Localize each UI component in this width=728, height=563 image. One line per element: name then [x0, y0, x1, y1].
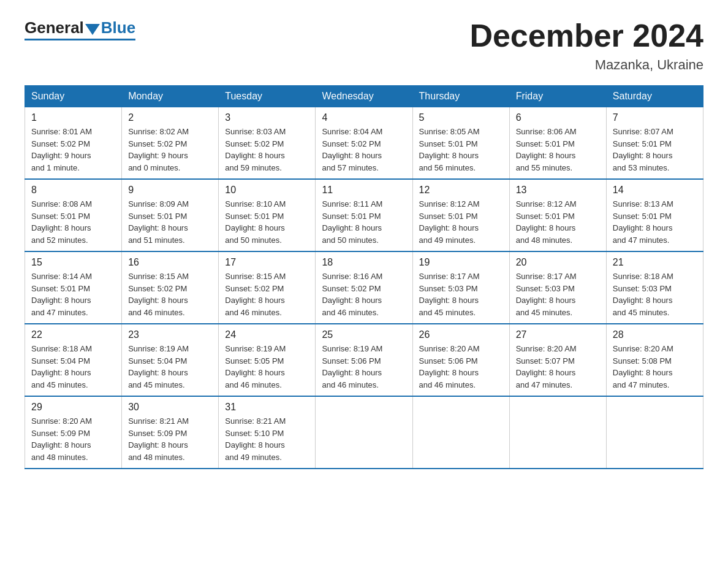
day-info: Sunrise: 8:01 AMSunset: 5:02 PMDaylight:…: [31, 126, 115, 174]
day-cell: 21Sunrise: 8:18 AMSunset: 5:03 PMDayligh…: [606, 251, 703, 324]
day-cell: 14Sunrise: 8:13 AMSunset: 5:01 PMDayligh…: [606, 179, 703, 251]
day-cell: 29Sunrise: 8:20 AMSunset: 5:09 PMDayligh…: [25, 396, 122, 469]
day-cell: 31Sunrise: 8:21 AMSunset: 5:10 PMDayligh…: [219, 396, 316, 469]
title-block: December 2024 Mazanka, Ukraine: [469, 18, 703, 73]
day-number: 12: [419, 185, 503, 196]
day-cell: 25Sunrise: 8:19 AMSunset: 5:06 PMDayligh…: [316, 324, 412, 396]
day-cell: 9Sunrise: 8:09 AMSunset: 5:01 PMDaylight…: [122, 179, 219, 251]
day-info: Sunrise: 8:19 AMSunset: 5:04 PMDaylight:…: [128, 343, 212, 391]
day-cell: 1Sunrise: 8:01 AMSunset: 5:02 PMDaylight…: [25, 107, 122, 180]
day-number: 10: [225, 185, 309, 196]
day-info: Sunrise: 8:14 AMSunset: 5:01 PMDaylight:…: [31, 270, 115, 318]
day-number: 15: [31, 257, 115, 268]
day-cell: 19Sunrise: 8:17 AMSunset: 5:03 PMDayligh…: [412, 251, 509, 324]
week-row-1: 1Sunrise: 8:01 AMSunset: 5:02 PMDaylight…: [25, 107, 703, 180]
day-number: 1: [31, 112, 115, 123]
week-row-3: 15Sunrise: 8:14 AMSunset: 5:01 PMDayligh…: [25, 251, 703, 324]
day-number: 9: [128, 185, 212, 196]
day-number: 7: [613, 112, 697, 123]
day-info: Sunrise: 8:13 AMSunset: 5:01 PMDaylight:…: [613, 198, 697, 246]
day-cell: 6Sunrise: 8:06 AMSunset: 5:01 PMDaylight…: [509, 107, 606, 180]
day-info: Sunrise: 8:11 AMSunset: 5:01 PMDaylight:…: [322, 198, 406, 246]
day-info: Sunrise: 8:15 AMSunset: 5:02 PMDaylight:…: [128, 270, 212, 318]
day-cell: 26Sunrise: 8:20 AMSunset: 5:06 PMDayligh…: [412, 324, 509, 396]
header-row: SundayMondayTuesdayWednesdayThursdayFrid…: [25, 86, 703, 107]
day-number: 8: [31, 185, 115, 196]
day-info: Sunrise: 8:12 AMSunset: 5:01 PMDaylight:…: [419, 198, 503, 246]
day-cell: [606, 396, 703, 469]
day-cell: [412, 396, 509, 469]
header-cell-monday: Monday: [122, 86, 219, 107]
day-info: Sunrise: 8:16 AMSunset: 5:02 PMDaylight:…: [322, 270, 406, 318]
page-header: General Blue December 2024 Mazanka, Ukra…: [25, 18, 703, 73]
day-cell: 15Sunrise: 8:14 AMSunset: 5:01 PMDayligh…: [25, 251, 122, 324]
day-number: 11: [322, 185, 406, 196]
day-cell: 2Sunrise: 8:02 AMSunset: 5:02 PMDaylight…: [122, 107, 219, 180]
day-info: Sunrise: 8:09 AMSunset: 5:01 PMDaylight:…: [128, 198, 212, 246]
day-cell: 17Sunrise: 8:15 AMSunset: 5:02 PMDayligh…: [219, 251, 316, 324]
day-cell: 10Sunrise: 8:10 AMSunset: 5:01 PMDayligh…: [219, 179, 316, 251]
location-subtitle: Mazanka, Ukraine: [469, 57, 703, 73]
day-number: 24: [225, 329, 309, 340]
day-cell: 16Sunrise: 8:15 AMSunset: 5:02 PMDayligh…: [122, 251, 219, 324]
week-row-4: 22Sunrise: 8:18 AMSunset: 5:04 PMDayligh…: [25, 324, 703, 396]
header-cell-thursday: Thursday: [412, 86, 509, 107]
day-cell: 11Sunrise: 8:11 AMSunset: 5:01 PMDayligh…: [316, 179, 412, 251]
day-number: 21: [613, 257, 697, 268]
day-cell: 8Sunrise: 8:08 AMSunset: 5:01 PMDaylight…: [25, 179, 122, 251]
day-cell: 12Sunrise: 8:12 AMSunset: 5:01 PMDayligh…: [412, 179, 509, 251]
day-cell: 7Sunrise: 8:07 AMSunset: 5:01 PMDaylight…: [606, 107, 703, 180]
day-cell: 30Sunrise: 8:21 AMSunset: 5:09 PMDayligh…: [122, 396, 219, 469]
header-cell-friday: Friday: [509, 86, 606, 107]
day-info: Sunrise: 8:05 AMSunset: 5:01 PMDaylight:…: [419, 126, 503, 174]
day-info: Sunrise: 8:20 AMSunset: 5:08 PMDaylight:…: [613, 343, 697, 391]
logo-triangle-icon: [85, 24, 100, 35]
day-number: 22: [31, 329, 115, 340]
day-cell: 18Sunrise: 8:16 AMSunset: 5:02 PMDayligh…: [316, 251, 412, 324]
day-number: 3: [225, 112, 309, 123]
day-info: Sunrise: 8:07 AMSunset: 5:01 PMDaylight:…: [613, 126, 697, 174]
day-cell: 22Sunrise: 8:18 AMSunset: 5:04 PMDayligh…: [25, 324, 122, 396]
day-info: Sunrise: 8:18 AMSunset: 5:03 PMDaylight:…: [613, 270, 697, 318]
day-number: 29: [31, 402, 115, 413]
day-info: Sunrise: 8:08 AMSunset: 5:01 PMDaylight:…: [31, 198, 115, 246]
day-info: Sunrise: 8:02 AMSunset: 5:02 PMDaylight:…: [128, 126, 212, 174]
day-info: Sunrise: 8:21 AMSunset: 5:10 PMDaylight:…: [225, 415, 309, 463]
day-info: Sunrise: 8:20 AMSunset: 5:09 PMDaylight:…: [31, 415, 115, 463]
day-info: Sunrise: 8:20 AMSunset: 5:07 PMDaylight:…: [516, 343, 600, 391]
logo-blue-text: Blue: [101, 18, 135, 37]
day-number: 19: [419, 257, 503, 268]
day-info: Sunrise: 8:03 AMSunset: 5:02 PMDaylight:…: [225, 126, 309, 174]
day-number: 25: [322, 329, 406, 340]
day-cell: 23Sunrise: 8:19 AMSunset: 5:04 PMDayligh…: [122, 324, 219, 396]
day-cell: 24Sunrise: 8:19 AMSunset: 5:05 PMDayligh…: [219, 324, 316, 396]
day-number: 18: [322, 257, 406, 268]
day-cell: 4Sunrise: 8:04 AMSunset: 5:02 PMDaylight…: [316, 107, 412, 180]
logo: General Blue: [25, 18, 135, 40]
day-number: 6: [516, 112, 600, 123]
day-info: Sunrise: 8:19 AMSunset: 5:05 PMDaylight:…: [225, 343, 309, 391]
header-cell-wednesday: Wednesday: [316, 86, 412, 107]
day-info: Sunrise: 8:18 AMSunset: 5:04 PMDaylight:…: [31, 343, 115, 391]
week-row-5: 29Sunrise: 8:20 AMSunset: 5:09 PMDayligh…: [25, 396, 703, 469]
day-cell: [509, 396, 606, 469]
day-number: 30: [128, 402, 212, 413]
day-number: 4: [322, 112, 406, 123]
day-number: 17: [225, 257, 309, 268]
day-number: 26: [419, 329, 503, 340]
day-info: Sunrise: 8:20 AMSunset: 5:06 PMDaylight:…: [419, 343, 503, 391]
header-cell-tuesday: Tuesday: [219, 86, 316, 107]
day-cell: 28Sunrise: 8:20 AMSunset: 5:08 PMDayligh…: [606, 324, 703, 396]
main-title: December 2024: [469, 18, 703, 53]
day-info: Sunrise: 8:15 AMSunset: 5:02 PMDaylight:…: [225, 270, 309, 318]
day-info: Sunrise: 8:21 AMSunset: 5:09 PMDaylight:…: [128, 415, 212, 463]
logo-underline: [25, 39, 135, 40]
day-info: Sunrise: 8:06 AMSunset: 5:01 PMDaylight:…: [516, 126, 600, 174]
day-info: Sunrise: 8:19 AMSunset: 5:06 PMDaylight:…: [322, 343, 406, 391]
day-number: 20: [516, 257, 600, 268]
day-cell: 20Sunrise: 8:17 AMSunset: 5:03 PMDayligh…: [509, 251, 606, 324]
day-cell: 3Sunrise: 8:03 AMSunset: 5:02 PMDaylight…: [219, 107, 316, 180]
day-number: 27: [516, 329, 600, 340]
day-info: Sunrise: 8:10 AMSunset: 5:01 PMDaylight:…: [225, 198, 309, 246]
day-info: Sunrise: 8:17 AMSunset: 5:03 PMDaylight:…: [516, 270, 600, 318]
